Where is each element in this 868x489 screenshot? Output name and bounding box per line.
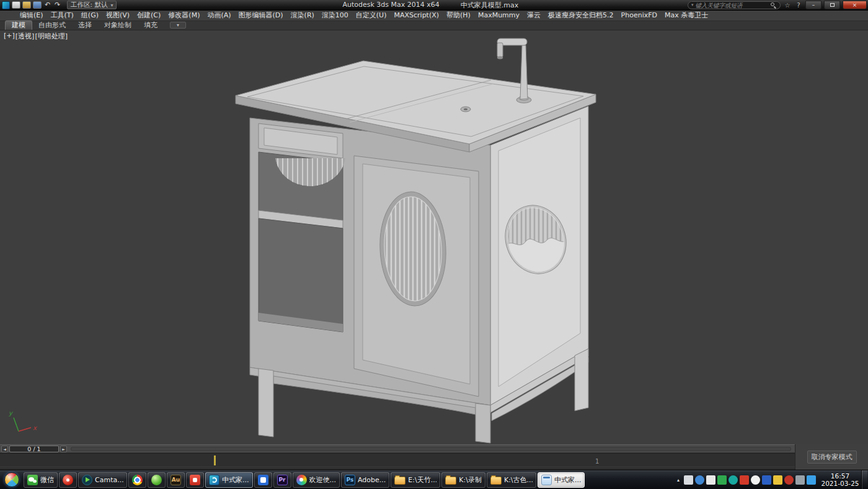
perspective-viewport[interactable]: [+] [透视] [明暗处理]: [0, 30, 868, 444]
new-scene-icon[interactable]: [12, 1, 20, 9]
workspace-selector[interactable]: 工作区: 默认 ▾: [67, 1, 117, 9]
tray-icon[interactable]: [784, 475, 794, 485]
app-logo-icon[interactable]: [2, 1, 10, 9]
bottom-bar: ◄ 0 / 1 ► 1 取消专家模式: [0, 444, 868, 470]
viewport-shading-menu[interactable]: [明暗处理]: [35, 32, 68, 41]
previous-frame-icon[interactable]: ◄: [1, 446, 8, 452]
taskbar-label: Camta...: [95, 476, 123, 484]
menu-item-render100[interactable]: 渲染100: [318, 11, 352, 20]
tab-selection[interactable]: 选择: [72, 21, 98, 30]
viewport-general-menu[interactable]: [+]: [4, 32, 15, 41]
menu-item-create[interactable]: 创建(C): [133, 11, 164, 20]
tray-icon[interactable]: [807, 475, 816, 485]
tray-icon[interactable]: [740, 475, 749, 485]
taskbar-label: Adobe...: [358, 476, 386, 484]
taskbar-button-green-browser[interactable]: [148, 472, 166, 488]
cancel-expert-mode-button[interactable]: 取消专家模式: [807, 451, 857, 464]
search-scope-icon[interactable]: ▾: [691, 2, 694, 7]
menu-item-phoenixfd[interactable]: PhoenixFD: [618, 11, 661, 20]
taskbar-button-blue-tool[interactable]: [254, 472, 272, 488]
taskbar-button-document-window[interactable]: 中式家...: [538, 472, 585, 488]
menu-item-tools[interactable]: 工具(T): [47, 11, 78, 20]
tab-modeling[interactable]: 建模: [5, 20, 32, 30]
viewport-pov-menu[interactable]: [透视]: [16, 32, 35, 41]
menu-item-modifiers[interactable]: 修改器(M): [164, 11, 203, 20]
trackbar-ruler: [0, 467, 795, 467]
taskbar-clock[interactable]: 16:57 2021-03-25: [819, 472, 861, 488]
search-icon[interactable]: [770, 2, 777, 9]
infocenter: ▾ ☆ ? – ×: [688, 1, 868, 9]
start-button[interactable]: [0, 470, 23, 489]
menu-item-help[interactable]: 帮助(H): [443, 11, 474, 20]
keyframe-tick[interactable]: [214, 455, 216, 465]
window-title: Autodesk 3ds Max 2014 x64 中式家具模型.max: [342, 1, 518, 10]
menu-item-animation[interactable]: 动画(A): [203, 11, 234, 20]
expert-mode-panel: 取消专家模式: [795, 444, 868, 470]
search-input[interactable]: [696, 2, 768, 9]
folder-icon: [394, 477, 405, 485]
wechat-icon: [27, 475, 38, 485]
minimize-button[interactable]: –: [805, 1, 822, 9]
tray-icon[interactable]: [762, 475, 771, 485]
world-axis-gizmo: x y: [9, 410, 37, 431]
taskbar-button-folder-e[interactable]: E:\天竹...: [391, 472, 440, 488]
menu-item-puyun[interactable]: 瀑云: [523, 11, 544, 20]
menu-item-views[interactable]: 视图(V): [102, 11, 133, 20]
window-icon: [541, 475, 552, 485]
undo-icon[interactable]: ↶: [43, 1, 51, 9]
close-button[interactable]: ×: [843, 1, 867, 9]
menu-item-maxmummy[interactable]: MaxMummy: [474, 11, 523, 20]
tray-icon[interactable]: [706, 475, 715, 485]
taskbar-button-welcome-page[interactable]: 欢迎使...: [293, 472, 340, 488]
taskbar-button-photoshop[interactable]: Ps Adobe...: [341, 472, 389, 488]
taskbar-button-red-tool[interactable]: [186, 472, 204, 488]
taskbar-button-wechat[interactable]: 微信: [24, 472, 58, 488]
workspace-label: 工作区: 默认: [71, 1, 107, 9]
taskbar-button-camtasia[interactable]: Camta...: [78, 472, 127, 488]
open-file-icon[interactable]: [22, 1, 31, 9]
taskbar-button-audition[interactable]: Au: [167, 472, 185, 488]
track-bar[interactable]: 1: [0, 453, 795, 470]
next-frame-icon[interactable]: ►: [60, 446, 67, 452]
tab-object-paint[interactable]: 对象绘制: [98, 21, 138, 30]
premiere-icon: Pr: [277, 475, 288, 485]
menu-item-graph-editors[interactable]: 图形编辑器(D): [235, 11, 287, 20]
taskbar-button-chrome[interactable]: [128, 472, 146, 488]
help-icon[interactable]: ?: [794, 2, 803, 9]
redo-icon[interactable]: ↷: [53, 1, 61, 9]
taskbar-button-premiere[interactable]: Pr: [273, 472, 291, 488]
time-slider[interactable]: ◄ 0 / 1 ►: [0, 444, 795, 453]
tab-populate[interactable]: 填充: [138, 21, 164, 30]
tray-icon[interactable]: [773, 475, 782, 485]
menu-item-slim-archive[interactable]: 极速瘦身安全归档5.2: [544, 11, 618, 20]
tray-icon[interactable]: [751, 475, 760, 485]
tray-icon[interactable]: [684, 475, 693, 485]
taskbar-button-folder-k-record[interactable]: K:\录制: [441, 472, 485, 488]
tray-expand-icon[interactable]: ▴: [675, 477, 682, 483]
time-slider-track[interactable]: [71, 447, 791, 451]
menu-item-max-antivirus[interactable]: Max 杀毒卫士: [661, 11, 712, 20]
menu-item-edit[interactable]: 编辑(E): [16, 11, 47, 20]
tray-icon[interactable]: [728, 475, 738, 485]
tab-freeform[interactable]: 自由形式: [32, 21, 72, 30]
taskbar-label: 欢迎使...: [309, 475, 337, 485]
menu-item-group[interactable]: 组(G): [78, 11, 102, 20]
favorites-star-icon[interactable]: ☆: [783, 2, 792, 9]
tray-icon[interactable]: [717, 475, 727, 485]
taskbar-button-3dsmax[interactable]: 中式家...: [205, 472, 253, 488]
show-desktop-button[interactable]: [861, 470, 867, 489]
taskbar-label: 中式家...: [554, 475, 582, 485]
app-title: Autodesk 3ds Max 2014 x64: [342, 1, 439, 10]
maximize-button[interactable]: [824, 1, 840, 9]
ribbon-collapse-icon[interactable]: ▾: [170, 22, 186, 29]
tray-icon[interactable]: [695, 475, 704, 485]
menu-item-customize[interactable]: 自定义(U): [352, 11, 391, 20]
frame-indicator[interactable]: 0 / 1: [9, 446, 59, 452]
menu-item-maxscript[interactable]: MAXScript(X): [390, 11, 443, 20]
taskbar-button-folder-k-guse[interactable]: K:\古色...: [487, 472, 536, 488]
furniture-model[interactable]: [236, 38, 596, 443]
tray-icon[interactable]: [795, 475, 805, 485]
menu-item-rendering[interactable]: 渲染(R): [287, 11, 318, 20]
save-file-icon[interactable]: [33, 1, 42, 9]
taskbar-button-screen-recorder[interactable]: [59, 472, 77, 488]
